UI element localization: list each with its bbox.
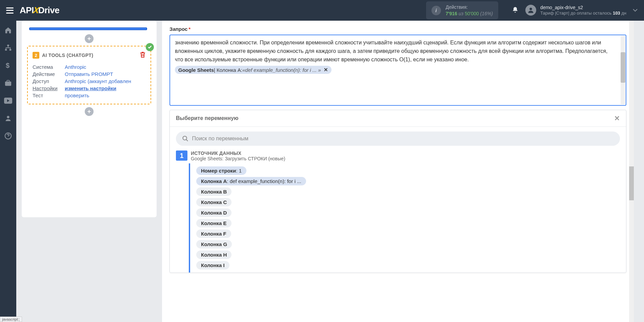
panel-scroll-thumb[interactable] <box>629 166 634 200</box>
svg-rect-2 <box>5 49 7 51</box>
actions-counter[interactable]: i Действия: 7'916 из 50'000 (16%) <box>426 1 498 19</box>
add-step-top-button[interactable]: + <box>85 34 94 43</box>
action-label: Действие <box>33 71 65 77</box>
variable-option[interactable]: Колонка I <box>196 261 229 269</box>
dollar-icon[interactable]: $ <box>4 61 12 69</box>
svg-point-7 <box>7 116 9 118</box>
sidebar: $ <box>0 21 16 322</box>
textarea-scroll-thumb[interactable] <box>621 52 625 83</box>
settings-value[interactable]: изменить настройки <box>65 85 116 91</box>
variable-option[interactable]: Колонка A: def example_function(n): for … <box>196 177 306 185</box>
system-label: Система <box>33 64 65 70</box>
variable-option[interactable]: Колонка B <box>196 187 232 196</box>
logo-drive: Drive <box>38 5 60 15</box>
step-title: AI TOOLS (CHATGPT) <box>42 53 140 58</box>
actions-text: Действия: 7'916 из 50'000 (16%) <box>446 4 493 16</box>
variable-tag[interactable]: Google Sheets | Колонка A: «def example_… <box>175 66 331 74</box>
bell-icon[interactable] <box>512 6 519 15</box>
variable-list: Номер строки: 1Колонка A: def example_fu… <box>189 163 626 273</box>
check-icon <box>146 43 154 51</box>
svg-rect-3 <box>9 49 11 51</box>
test-label: Тест <box>33 93 65 98</box>
action-value[interactable]: Отправить PROMPT <box>65 71 113 77</box>
source-subtitle: Google Sheets: Загрузить СТРОКИ (новые) <box>191 156 285 161</box>
workflow-panel: + 2 AI TOOLS (CHATGPT) СистемаAnthropic … <box>22 21 157 217</box>
status-bar-link: javascript:; <box>0 317 22 322</box>
hierarchy-icon[interactable] <box>4 44 12 52</box>
svg-rect-5 <box>5 81 11 86</box>
briefcase-icon[interactable] <box>4 79 12 87</box>
svg-point-0 <box>529 8 532 10</box>
source-title: ИСТОЧНИК ДАННЫХ <box>191 150 285 156</box>
request-input[interactable]: значению временной сложности. При опреде… <box>169 35 626 106</box>
svg-rect-1 <box>7 45 9 46</box>
avatar-icon <box>525 5 536 16</box>
search-input[interactable] <box>192 136 614 142</box>
hamburger-menu[interactable] <box>6 7 14 14</box>
step-1-bar[interactable] <box>29 27 147 30</box>
access-value[interactable]: Anthropic (аккаунт добавлен <box>65 78 131 84</box>
trash-icon[interactable] <box>140 51 146 59</box>
user-icon[interactable] <box>4 114 12 122</box>
logo-api: API <box>20 5 34 15</box>
step-number-badge: 2 <box>33 52 39 59</box>
info-icon: i <box>431 6 441 15</box>
user-info: demo_apix-drive_s2 Тариф |Старт| до опла… <box>540 4 626 16</box>
request-text: значению временной сложности. При опреде… <box>175 39 621 64</box>
system-value[interactable]: Anthropic <box>65 64 86 70</box>
variable-option[interactable]: Колонка F <box>196 229 231 238</box>
svg-point-9 <box>183 136 186 140</box>
dropdown-title: Выберите переменную <box>176 115 614 121</box>
test-value[interactable]: проверить <box>65 93 89 98</box>
search-icon <box>182 135 189 142</box>
remove-tag-icon[interactable]: ✕ <box>324 67 328 73</box>
user-block[interactable]: demo_apix-drive_s2 Тариф |Старт| до опла… <box>525 4 638 16</box>
source-number-badge: 1 <box>176 150 187 161</box>
logo[interactable]: APIXDrive <box>20 5 59 16</box>
close-icon[interactable]: ✕ <box>614 114 620 122</box>
request-label: Запрос* <box>169 26 634 32</box>
variable-option[interactable]: Колонка E <box>196 219 232 227</box>
settings-label: Настройки <box>33 85 65 91</box>
top-header: APIXDrive i Действия: 7'916 из 50'000 (1… <box>0 0 644 21</box>
youtube-icon[interactable] <box>4 97 12 105</box>
variable-option[interactable]: Колонка H <box>196 250 232 259</box>
variable-option[interactable]: Колонка D <box>196 208 232 217</box>
chevron-down-icon[interactable] <box>632 7 638 13</box>
variable-dropdown: Выберите переменную ✕ 1 ИСТОЧНИК ДАННЫХ … <box>169 110 626 273</box>
add-step-bottom-button[interactable]: + <box>85 107 94 116</box>
variable-option[interactable]: Колонка G <box>196 240 232 248</box>
step-2-card[interactable]: 2 AI TOOLS (CHATGPT) СистемаAnthropic Де… <box>27 46 151 104</box>
svg-text:$: $ <box>6 62 9 69</box>
home-icon[interactable] <box>4 26 12 34</box>
variable-option[interactable]: Колонка C <box>196 198 232 206</box>
help-icon[interactable] <box>4 132 12 140</box>
variable-option[interactable]: Номер строки: 1 <box>196 166 246 175</box>
main-content: Запрос* значению временной сложности. Пр… <box>162 21 634 322</box>
access-label: Доступ <box>33 78 65 84</box>
search-input-wrap[interactable] <box>176 132 620 146</box>
